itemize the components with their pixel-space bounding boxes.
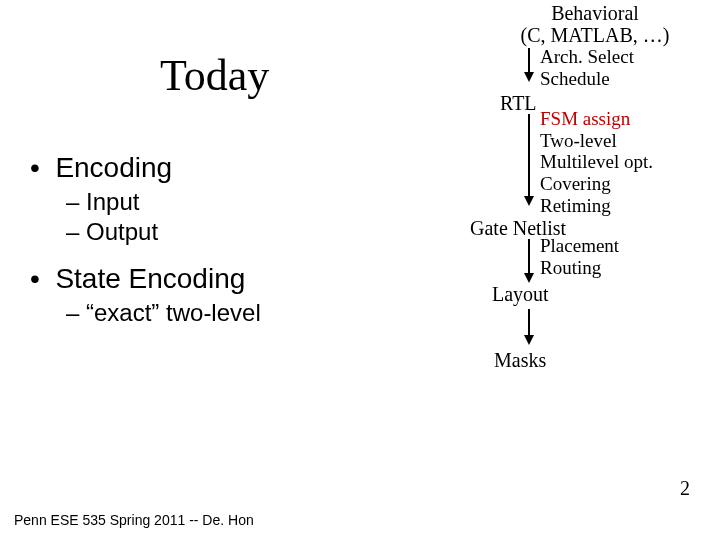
footer-text: Penn ESE 535 Spring 2011 -- De. Hon xyxy=(14,512,254,528)
behavioral-line2: (C, MATLAB, …) xyxy=(470,24,720,46)
side-physical: Placement Routing xyxy=(540,235,720,279)
arch-line2: Schedule xyxy=(540,68,720,90)
svg-marker-1 xyxy=(524,72,534,82)
subbullet-output: – Output xyxy=(66,217,261,247)
subbullet-text: Input xyxy=(86,188,139,215)
subbullet-text: “exact” two-level xyxy=(86,299,261,326)
opt-line2: Multilevel opt. xyxy=(540,151,720,173)
arch-line1: Arch. Select xyxy=(540,46,720,68)
bullet-encoding: • Encoding xyxy=(30,150,261,185)
stage-behavioral: Behavioral (C, MATLAB, …) xyxy=(490,2,720,46)
bullet-text: Encoding xyxy=(55,152,172,183)
svg-marker-5 xyxy=(524,273,534,283)
fsm-assign: FSM assign xyxy=(540,108,720,130)
opt-line4: Retiming xyxy=(540,195,720,217)
opt-line3: Covering xyxy=(540,173,720,195)
place-line1: Placement xyxy=(540,235,720,257)
svg-marker-7 xyxy=(524,335,534,345)
opt-line1: Two-level xyxy=(540,130,720,152)
page-number: 2 xyxy=(680,477,690,500)
slide: Today • Encoding – Input – Output • Stat… xyxy=(0,0,720,540)
side-rtl-steps: FSM assign Two-level Multilevel opt. Cov… xyxy=(540,108,720,217)
subbullet-input: – Input xyxy=(66,187,261,217)
stage-masks: Masks xyxy=(494,349,720,371)
subbullet-exact: – “exact” two-level xyxy=(66,298,261,328)
svg-marker-3 xyxy=(524,196,534,206)
side-arch: Arch. Select Schedule xyxy=(540,46,720,90)
arrow-icon xyxy=(522,309,720,345)
behavioral-line1: Behavioral xyxy=(470,2,720,24)
stage-layout: Layout xyxy=(492,283,720,305)
design-flow: Behavioral (C, MATLAB, …) Arch. Select S… xyxy=(470,2,720,371)
page-title: Today xyxy=(160,50,269,101)
place-line2: Routing xyxy=(540,257,720,279)
subbullet-text: Output xyxy=(86,218,158,245)
outline-list: • Encoding – Input – Output • State Enco… xyxy=(30,150,261,328)
bullet-state-encoding: • State Encoding xyxy=(30,261,261,296)
bullet-text: State Encoding xyxy=(55,263,245,294)
